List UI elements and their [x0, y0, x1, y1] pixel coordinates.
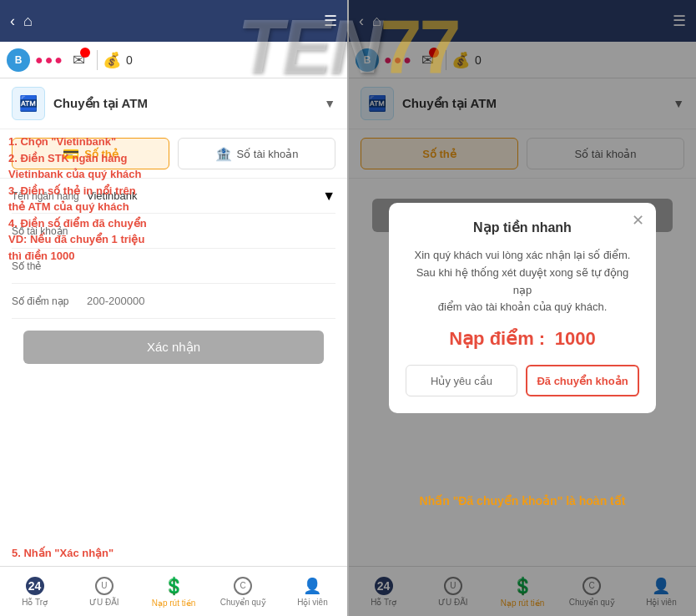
- coin-icon: 💰: [103, 51, 121, 69]
- modal-amount-area: Nạp điểm : 1000: [406, 328, 639, 350]
- card-input[interactable]: [87, 260, 335, 272]
- coin-count: 0: [126, 53, 133, 67]
- right-content: 🏧 Chuyển tại ATM ▼ Số thẻ Số tài khoản X…: [349, 78, 696, 566]
- left-confirm-button[interactable]: Xác nhận: [23, 331, 324, 364]
- card-row: Số thẻ: [12, 249, 335, 284]
- left-atm-header: 🏧 Chuyển tại ATM ▼: [0, 78, 347, 129]
- bottom-hotro[interactable]: 24 Hỗ Trợ: [0, 567, 69, 616]
- instruction-5: 5. Nhấn "Xác nhận": [12, 547, 113, 559]
- left-bottom-nav: 24 Hỗ Trợ U ƯU ĐÃI 💲 Nạp rút tiền C Chuy…: [0, 566, 347, 616]
- hoivien-label: Hội viên: [297, 598, 328, 607]
- left-atm-title: Chuyển tại ATM: [53, 96, 148, 111]
- account-row: Số tài khoản: [12, 214, 335, 249]
- modal-amount-value: 1000: [555, 328, 596, 349]
- modal-body: Xin quý khách vui lòng xác nhận lại số đ…: [406, 247, 639, 316]
- points-row: Số điểm nạp: [12, 284, 335, 319]
- right-panel: ‹ ⌂ ☰ B ●●● ✉ 💰 0 🏧 Chuyển tại ATM: [349, 0, 696, 616]
- points-input[interactable]: [87, 295, 335, 307]
- bank-select[interactable]: Vietinbank ▼: [87, 189, 335, 204]
- card-label: Số thẻ: [12, 260, 87, 272]
- left-content: 🏧 Chuyển tại ATM ▼ 💳 Số thẻ 🏦 Số tài kho…: [0, 78, 347, 540]
- home-icon[interactable]: ⌂: [23, 13, 33, 30]
- modal-title: Nạp tiền nhanh: [406, 220, 639, 235]
- left-form: Tên ngân hàng Vietinbank ▼ Số tài khoản …: [0, 179, 347, 540]
- modal-box: ✕ Nạp tiền nhanh Xin quý khách vui lòng …: [389, 203, 656, 413]
- modal-cancel-button[interactable]: Hủy yêu cầu: [406, 365, 517, 396]
- bank-chevron-icon: ▼: [322, 189, 335, 204]
- nav-left-controls: ‹ ⌂: [10, 13, 33, 30]
- bottom-chuyenquy[interactable]: C Chuyển quỹ: [209, 567, 278, 616]
- message-badge: [80, 48, 90, 58]
- tab-so-tai-khoan[interactable]: 🏦 Số tài khoản: [178, 138, 335, 169]
- modal-body-line2: Sau khi hệ thống xét duyệt xong sẽ tự độ…: [406, 265, 639, 300]
- modal-body-line3: điểm vào tài khoản của quý khách.: [406, 299, 639, 316]
- account-label: Số tài khoản: [12, 225, 87, 237]
- account-input[interactable]: [87, 225, 335, 237]
- atm-icon: 🏧: [12, 87, 45, 120]
- modal-overlay: ✕ Nạp tiền nhanh Xin quý khách vui lòng …: [349, 78, 696, 566]
- tab-so-the[interactable]: 💳 Số thẻ: [12, 138, 169, 169]
- bottom-napruттien[interactable]: 💲 Nạp rút tiền: [139, 567, 208, 616]
- modal-body-line1: Xin quý khách vui lòng xác nhận lại số đ…: [406, 247, 639, 265]
- left-tab-row: 💳 Số thẻ 🏦 Số tài khoản: [0, 129, 347, 179]
- card-tab-icon: 💳: [63, 146, 79, 162]
- chevron-down-icon[interactable]: ▼: [324, 97, 335, 110]
- atm-left: 🏧 Chuyển tại ATM: [12, 87, 148, 120]
- napruttien-label: Nạp rút tiền: [152, 598, 196, 608]
- bank-value: Vietinbank: [87, 189, 322, 202]
- tab-so-tai-khoan-label: Số tài khoản: [237, 148, 299, 160]
- tab-so-the-label: Số thẻ: [84, 148, 119, 160]
- avatar: B: [7, 48, 30, 72]
- menu-icon[interactable]: ☰: [324, 12, 337, 30]
- bottom-uudai[interactable]: U ƯU ĐÃI: [69, 567, 139, 616]
- chuyenquy-label: Chuyển quỹ: [220, 598, 266, 607]
- napruttien-icon: 💲: [164, 576, 184, 596]
- points-label: Số điểm nạp: [12, 295, 87, 307]
- bank-name-label: Tên ngân hàng: [12, 190, 87, 202]
- bottom-hoivien[interactable]: 👤 Hội viên: [278, 567, 347, 616]
- modal-confirm-button[interactable]: Đã chuyển khoản: [526, 365, 639, 396]
- left-nav-bar: ‹ ⌂ ☰: [0, 0, 347, 42]
- modal-amount-label: Nạp điểm :: [449, 328, 545, 349]
- hotro-icon: 24: [26, 577, 44, 595]
- modal-buttons: Hủy yêu cầu Đã chuyển khoản: [406, 365, 639, 396]
- bank-name-row: Tên ngân hàng Vietinbank ▼: [12, 179, 335, 214]
- modal-close-icon[interactable]: ✕: [632, 211, 644, 230]
- username-dots: ●●●: [35, 53, 64, 68]
- chuyenquy-icon: C: [234, 577, 252, 595]
- message-icon-container[interactable]: ✉: [73, 51, 85, 69]
- divider: [97, 50, 98, 70]
- uudai-icon: U: [95, 577, 113, 595]
- uudai-label: ƯU ĐÃI: [89, 598, 119, 607]
- left-status-bar: B ●●● ✉ 💰 0: [0, 42, 347, 78]
- hotro-label: Hỗ Trợ: [22, 598, 48, 607]
- hoivien-icon: 👤: [303, 577, 321, 595]
- bank-tab-icon: 🏦: [215, 146, 232, 162]
- left-panel: ‹ ⌂ ☰ B ●●● ✉ 💰 0 🏧 Chuyển tại ATM: [0, 0, 347, 616]
- back-icon[interactable]: ‹: [10, 13, 15, 30]
- instruction-5-area: 5. Nhấn "Xác nhận": [0, 540, 347, 567]
